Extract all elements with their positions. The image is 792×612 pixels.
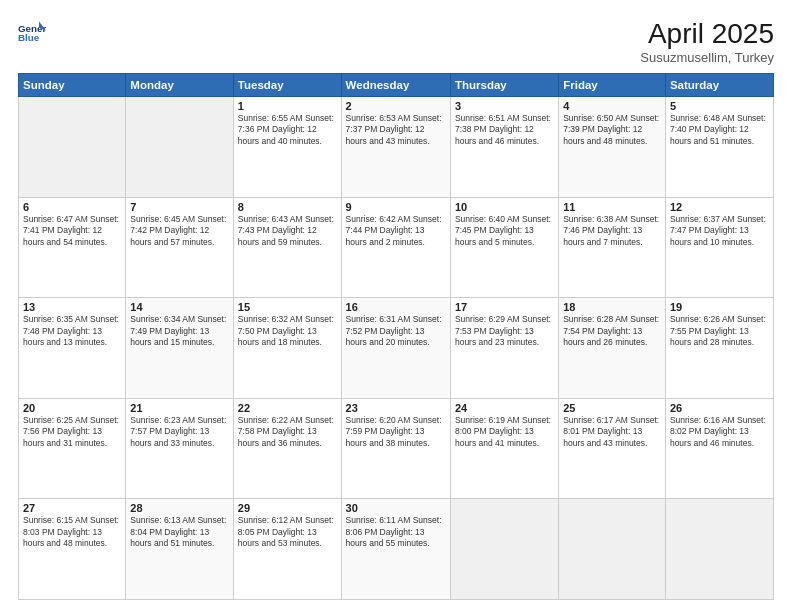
cell-1-1 [126,97,234,198]
col-sunday: Sunday [19,74,126,97]
day-number: 11 [563,201,661,213]
day-number: 9 [346,201,446,213]
cell-1-6: 5Sunrise: 6:48 AM Sunset: 7:40 PM Daylig… [665,97,773,198]
day-number: 18 [563,301,661,313]
header: General Blue April 2025 Susuzmusellim, T… [18,18,774,65]
cell-5-4 [450,499,558,600]
day-number: 4 [563,100,661,112]
day-info: Sunrise: 6:28 AM Sunset: 7:54 PM Dayligh… [563,314,661,348]
day-info: Sunrise: 6:43 AM Sunset: 7:43 PM Dayligh… [238,214,337,248]
day-info: Sunrise: 6:29 AM Sunset: 7:53 PM Dayligh… [455,314,554,348]
day-info: Sunrise: 6:32 AM Sunset: 7:50 PM Dayligh… [238,314,337,348]
cell-5-0: 27Sunrise: 6:15 AM Sunset: 8:03 PM Dayli… [19,499,126,600]
cell-4-1: 21Sunrise: 6:23 AM Sunset: 7:57 PM Dayli… [126,398,234,499]
day-number: 19 [670,301,769,313]
day-info: Sunrise: 6:31 AM Sunset: 7:52 PM Dayligh… [346,314,446,348]
day-number: 28 [130,502,229,514]
day-info: Sunrise: 6:42 AM Sunset: 7:44 PM Dayligh… [346,214,446,248]
cell-3-5: 18Sunrise: 6:28 AM Sunset: 7:54 PM Dayli… [559,298,666,399]
cell-4-5: 25Sunrise: 6:17 AM Sunset: 8:01 PM Dayli… [559,398,666,499]
cell-2-6: 12Sunrise: 6:37 AM Sunset: 7:47 PM Dayli… [665,197,773,298]
week-row-4: 20Sunrise: 6:25 AM Sunset: 7:56 PM Dayli… [19,398,774,499]
cell-3-4: 17Sunrise: 6:29 AM Sunset: 7:53 PM Dayli… [450,298,558,399]
cell-4-3: 23Sunrise: 6:20 AM Sunset: 7:59 PM Dayli… [341,398,450,499]
day-info: Sunrise: 6:38 AM Sunset: 7:46 PM Dayligh… [563,214,661,248]
cell-1-0 [19,97,126,198]
cell-4-4: 24Sunrise: 6:19 AM Sunset: 8:00 PM Dayli… [450,398,558,499]
day-info: Sunrise: 6:53 AM Sunset: 7:37 PM Dayligh… [346,113,446,147]
day-number: 14 [130,301,229,313]
day-number: 20 [23,402,121,414]
day-number: 30 [346,502,446,514]
cell-2-0: 6Sunrise: 6:47 AM Sunset: 7:41 PM Daylig… [19,197,126,298]
day-number: 13 [23,301,121,313]
col-tuesday: Tuesday [233,74,341,97]
day-info: Sunrise: 6:11 AM Sunset: 8:06 PM Dayligh… [346,515,446,549]
col-monday: Monday [126,74,234,97]
day-info: Sunrise: 6:55 AM Sunset: 7:36 PM Dayligh… [238,113,337,147]
day-info: Sunrise: 6:23 AM Sunset: 7:57 PM Dayligh… [130,415,229,449]
day-number: 2 [346,100,446,112]
page: General Blue April 2025 Susuzmusellim, T… [0,0,792,612]
cell-1-5: 4Sunrise: 6:50 AM Sunset: 7:39 PM Daylig… [559,97,666,198]
calendar-table: Sunday Monday Tuesday Wednesday Thursday… [18,73,774,600]
cell-5-5 [559,499,666,600]
day-info: Sunrise: 6:16 AM Sunset: 8:02 PM Dayligh… [670,415,769,449]
cell-4-2: 22Sunrise: 6:22 AM Sunset: 7:58 PM Dayli… [233,398,341,499]
day-info: Sunrise: 6:22 AM Sunset: 7:58 PM Dayligh… [238,415,337,449]
day-number: 27 [23,502,121,514]
day-number: 7 [130,201,229,213]
day-info: Sunrise: 6:12 AM Sunset: 8:05 PM Dayligh… [238,515,337,549]
title-block: April 2025 Susuzmusellim, Turkey [640,18,774,65]
cell-2-2: 8Sunrise: 6:43 AM Sunset: 7:43 PM Daylig… [233,197,341,298]
day-info: Sunrise: 6:45 AM Sunset: 7:42 PM Dayligh… [130,214,229,248]
day-info: Sunrise: 6:40 AM Sunset: 7:45 PM Dayligh… [455,214,554,248]
day-info: Sunrise: 6:26 AM Sunset: 7:55 PM Dayligh… [670,314,769,348]
day-info: Sunrise: 6:20 AM Sunset: 7:59 PM Dayligh… [346,415,446,449]
day-info: Sunrise: 6:13 AM Sunset: 8:04 PM Dayligh… [130,515,229,549]
day-number: 1 [238,100,337,112]
day-number: 26 [670,402,769,414]
col-friday: Friday [559,74,666,97]
day-info: Sunrise: 6:50 AM Sunset: 7:39 PM Dayligh… [563,113,661,147]
cell-1-4: 3Sunrise: 6:51 AM Sunset: 7:38 PM Daylig… [450,97,558,198]
cell-2-3: 9Sunrise: 6:42 AM Sunset: 7:44 PM Daylig… [341,197,450,298]
cell-3-3: 16Sunrise: 6:31 AM Sunset: 7:52 PM Dayli… [341,298,450,399]
week-row-1: 1Sunrise: 6:55 AM Sunset: 7:36 PM Daylig… [19,97,774,198]
day-number: 6 [23,201,121,213]
day-number: 25 [563,402,661,414]
day-info: Sunrise: 6:15 AM Sunset: 8:03 PM Dayligh… [23,515,121,549]
day-number: 15 [238,301,337,313]
cell-3-1: 14Sunrise: 6:34 AM Sunset: 7:49 PM Dayli… [126,298,234,399]
col-saturday: Saturday [665,74,773,97]
logo: General Blue [18,18,46,46]
day-number: 29 [238,502,337,514]
day-number: 16 [346,301,446,313]
col-thursday: Thursday [450,74,558,97]
cell-5-2: 29Sunrise: 6:12 AM Sunset: 8:05 PM Dayli… [233,499,341,600]
header-row: Sunday Monday Tuesday Wednesday Thursday… [19,74,774,97]
cell-3-6: 19Sunrise: 6:26 AM Sunset: 7:55 PM Dayli… [665,298,773,399]
day-number: 10 [455,201,554,213]
week-row-2: 6Sunrise: 6:47 AM Sunset: 7:41 PM Daylig… [19,197,774,298]
day-info: Sunrise: 6:19 AM Sunset: 8:00 PM Dayligh… [455,415,554,449]
cell-5-6 [665,499,773,600]
cell-5-1: 28Sunrise: 6:13 AM Sunset: 8:04 PM Dayli… [126,499,234,600]
day-info: Sunrise: 6:34 AM Sunset: 7:49 PM Dayligh… [130,314,229,348]
day-info: Sunrise: 6:48 AM Sunset: 7:40 PM Dayligh… [670,113,769,147]
cell-2-1: 7Sunrise: 6:45 AM Sunset: 7:42 PM Daylig… [126,197,234,298]
cell-3-2: 15Sunrise: 6:32 AM Sunset: 7:50 PM Dayli… [233,298,341,399]
week-row-3: 13Sunrise: 6:35 AM Sunset: 7:48 PM Dayli… [19,298,774,399]
day-number: 24 [455,402,554,414]
day-info: Sunrise: 6:37 AM Sunset: 7:47 PM Dayligh… [670,214,769,248]
day-number: 12 [670,201,769,213]
calendar-title: April 2025 [640,18,774,50]
week-row-5: 27Sunrise: 6:15 AM Sunset: 8:03 PM Dayli… [19,499,774,600]
logo-icon: General Blue [18,18,46,46]
calendar-subtitle: Susuzmusellim, Turkey [640,50,774,65]
day-info: Sunrise: 6:25 AM Sunset: 7:56 PM Dayligh… [23,415,121,449]
cell-1-3: 2Sunrise: 6:53 AM Sunset: 7:37 PM Daylig… [341,97,450,198]
day-number: 22 [238,402,337,414]
day-info: Sunrise: 6:51 AM Sunset: 7:38 PM Dayligh… [455,113,554,147]
col-wednesday: Wednesday [341,74,450,97]
